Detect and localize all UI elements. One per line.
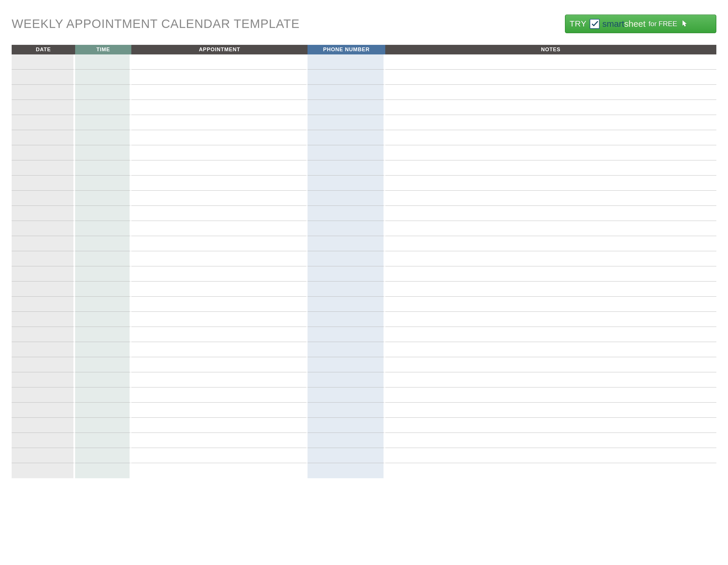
date-input[interactable] — [14, 251, 71, 266]
time-input[interactable] — [77, 115, 128, 130]
date-input[interactable] — [14, 70, 71, 84]
date-input[interactable] — [14, 54, 71, 69]
date-input[interactable] — [14, 267, 71, 281]
phone-input[interactable] — [310, 145, 381, 160]
date-input[interactable] — [14, 176, 71, 190]
time-input[interactable] — [77, 357, 128, 372]
phone-input[interactable] — [310, 327, 381, 342]
appointment-input[interactable] — [134, 372, 303, 387]
notes-input[interactable] — [388, 342, 714, 357]
phone-input[interactable] — [310, 282, 381, 296]
time-input[interactable] — [77, 372, 128, 387]
time-input[interactable] — [77, 54, 128, 69]
time-input[interactable] — [77, 418, 128, 432]
appointment-input[interactable] — [134, 100, 303, 115]
date-input[interactable] — [14, 418, 71, 432]
notes-input[interactable] — [388, 236, 714, 251]
date-input[interactable] — [14, 221, 71, 236]
appointment-input[interactable] — [134, 296, 303, 311]
date-input[interactable] — [14, 115, 71, 130]
appointment-input[interactable] — [134, 282, 303, 296]
time-input[interactable] — [77, 236, 128, 251]
appointment-input[interactable] — [134, 312, 303, 326]
time-input[interactable] — [77, 463, 128, 478]
time-input[interactable] — [77, 206, 128, 221]
phone-input[interactable] — [310, 448, 381, 463]
appointment-input[interactable] — [134, 357, 303, 372]
time-input[interactable] — [77, 282, 128, 296]
phone-input[interactable] — [310, 130, 381, 145]
time-input[interactable] — [77, 433, 128, 448]
notes-input[interactable] — [388, 100, 714, 115]
phone-input[interactable] — [310, 160, 381, 175]
phone-input[interactable] — [310, 357, 381, 372]
phone-input[interactable] — [310, 221, 381, 236]
date-input[interactable] — [14, 145, 71, 160]
notes-input[interactable] — [388, 221, 714, 236]
phone-input[interactable] — [310, 100, 381, 115]
time-input[interactable] — [77, 327, 128, 342]
date-input[interactable] — [14, 282, 71, 296]
notes-input[interactable] — [388, 251, 714, 266]
time-input[interactable] — [77, 100, 128, 115]
notes-input[interactable] — [388, 145, 714, 160]
appointment-input[interactable] — [134, 463, 303, 478]
phone-input[interactable] — [310, 267, 381, 281]
date-input[interactable] — [14, 463, 71, 478]
time-input[interactable] — [77, 130, 128, 145]
time-input[interactable] — [77, 448, 128, 463]
date-input[interactable] — [14, 433, 71, 448]
phone-input[interactable] — [310, 433, 381, 448]
appointment-input[interactable] — [134, 387, 303, 402]
appointment-input[interactable] — [134, 115, 303, 130]
notes-input[interactable] — [388, 267, 714, 281]
date-input[interactable] — [14, 85, 71, 100]
phone-input[interactable] — [310, 387, 381, 402]
time-input[interactable] — [77, 387, 128, 402]
phone-input[interactable] — [310, 312, 381, 326]
appointment-input[interactable] — [134, 448, 303, 463]
phone-input[interactable] — [310, 54, 381, 69]
phone-input[interactable] — [310, 296, 381, 311]
notes-input[interactable] — [388, 327, 714, 342]
date-input[interactable] — [14, 236, 71, 251]
notes-input[interactable] — [388, 418, 714, 432]
appointment-input[interactable] — [134, 433, 303, 448]
phone-input[interactable] — [310, 418, 381, 432]
notes-input[interactable] — [388, 387, 714, 402]
notes-input[interactable] — [388, 206, 714, 221]
appointment-input[interactable] — [134, 402, 303, 417]
time-input[interactable] — [77, 221, 128, 236]
notes-input[interactable] — [388, 160, 714, 175]
time-input[interactable] — [77, 296, 128, 311]
notes-input[interactable] — [388, 191, 714, 206]
time-input[interactable] — [77, 191, 128, 206]
appointment-input[interactable] — [134, 160, 303, 175]
date-input[interactable] — [14, 100, 71, 115]
time-input[interactable] — [77, 176, 128, 190]
phone-input[interactable] — [310, 70, 381, 84]
date-input[interactable] — [14, 191, 71, 206]
phone-input[interactable] — [310, 402, 381, 417]
phone-input[interactable] — [310, 176, 381, 190]
phone-input[interactable] — [310, 342, 381, 357]
notes-input[interactable] — [388, 312, 714, 326]
notes-input[interactable] — [388, 463, 714, 478]
time-input[interactable] — [77, 342, 128, 357]
notes-input[interactable] — [388, 296, 714, 311]
notes-input[interactable] — [388, 402, 714, 417]
appointment-input[interactable] — [134, 191, 303, 206]
appointment-input[interactable] — [134, 342, 303, 357]
try-smartsheet-button[interactable]: TRY smartsheet for FREE — [565, 15, 716, 33]
date-input[interactable] — [14, 327, 71, 342]
notes-input[interactable] — [388, 115, 714, 130]
appointment-input[interactable] — [134, 251, 303, 266]
notes-input[interactable] — [388, 372, 714, 387]
time-input[interactable] — [77, 145, 128, 160]
notes-input[interactable] — [388, 70, 714, 84]
date-input[interactable] — [14, 206, 71, 221]
date-input[interactable] — [14, 372, 71, 387]
notes-input[interactable] — [388, 85, 714, 100]
time-input[interactable] — [77, 85, 128, 100]
notes-input[interactable] — [388, 54, 714, 69]
